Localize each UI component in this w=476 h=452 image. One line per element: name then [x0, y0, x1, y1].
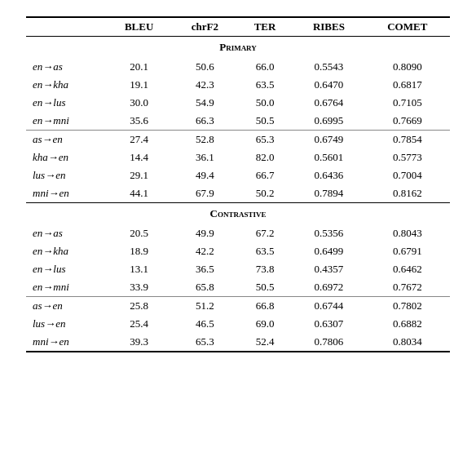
cell-chrf2: 50.6	[173, 58, 237, 76]
cell-ribes: 0.5356	[293, 224, 364, 242]
table-row: mni→en44.167.950.20.78940.8162	[26, 184, 450, 203]
cell-comet: 0.7672	[365, 278, 450, 297]
cell-bleu: 33.9	[105, 278, 172, 297]
cell-bleu: 30.0	[105, 94, 172, 112]
table-row: lus→en29.149.466.70.64360.7004	[26, 166, 450, 184]
cell-bleu: 44.1	[105, 184, 172, 203]
cell-comet: 0.7802	[365, 297, 450, 316]
table-row: en→as20.150.666.00.55430.8090	[26, 58, 450, 76]
cell-comet: 0.8162	[365, 184, 450, 203]
cell-ribes: 0.6744	[293, 297, 364, 316]
col-header-ter: TER	[237, 17, 293, 37]
table-container: BLEU chrF2 TER RIBES COMET Primaryen→as2…	[26, 16, 450, 352]
cell-ribes: 0.6499	[293, 242, 364, 260]
col-header-bleu: BLEU	[105, 17, 172, 37]
cell-ribes: 0.5543	[293, 58, 364, 76]
cell-label: en→as	[26, 224, 105, 242]
cell-comet: 0.6882	[365, 315, 450, 333]
section-header-0: Primary	[26, 37, 450, 59]
cell-bleu: 13.1	[105, 260, 172, 278]
cell-chrf2: 65.3	[173, 333, 237, 352]
cell-bleu: 39.3	[105, 333, 172, 352]
cell-ribes: 0.6307	[293, 315, 364, 333]
cell-label: lus→en	[26, 166, 105, 184]
cell-ter: 50.0	[237, 94, 293, 112]
col-header-chrf2: chrF2	[173, 17, 237, 37]
cell-label: mni→en	[26, 333, 105, 352]
cell-comet: 0.7105	[365, 94, 450, 112]
cell-ribes: 0.6972	[293, 278, 364, 297]
cell-label: kha→en	[26, 148, 105, 166]
cell-comet: 0.7004	[365, 166, 450, 184]
cell-ribes: 0.7806	[293, 333, 364, 352]
table-row: en→mni35.666.350.50.69950.7669	[26, 112, 450, 131]
col-header-comet: COMET	[365, 17, 450, 37]
cell-ter: 66.0	[237, 58, 293, 76]
cell-ribes: 0.6470	[293, 76, 364, 94]
cell-chrf2: 36.5	[173, 260, 237, 278]
table-row: en→mni33.965.850.50.69720.7672	[26, 278, 450, 297]
cell-bleu: 25.8	[105, 297, 172, 316]
cell-ter: 82.0	[237, 148, 293, 166]
cell-ribes: 0.6995	[293, 112, 364, 131]
cell-ribes: 0.6749	[293, 131, 364, 149]
table-row: en→lus30.054.950.00.67640.7105	[26, 94, 450, 112]
cell-ter: 50.2	[237, 184, 293, 203]
table-row: mni→en39.365.352.40.78060.8034	[26, 333, 450, 352]
table-row: lus→en25.446.569.00.63070.6882	[26, 315, 450, 333]
table-row: en→lus13.136.573.80.43570.6462	[26, 260, 450, 278]
cell-ter: 65.3	[237, 131, 293, 149]
table-row: kha→en14.436.182.00.56010.5773	[26, 148, 450, 166]
table-row: en→kha19.142.363.50.64700.6817	[26, 76, 450, 94]
table-row: en→kha18.942.263.50.64990.6791	[26, 242, 450, 260]
cell-label: en→mni	[26, 278, 105, 297]
cell-ter: 63.5	[237, 76, 293, 94]
cell-label: en→as	[26, 58, 105, 76]
cell-ter: 66.8	[237, 297, 293, 316]
col-header-label	[26, 17, 105, 37]
section-header-1: Contrastive	[26, 203, 450, 225]
cell-comet: 0.7669	[365, 112, 450, 131]
cell-ter: 67.2	[237, 224, 293, 242]
cell-comet: 0.6817	[365, 76, 450, 94]
cell-label: mni→en	[26, 184, 105, 203]
cell-chrf2: 65.8	[173, 278, 237, 297]
cell-ter: 73.8	[237, 260, 293, 278]
cell-label: en→lus	[26, 260, 105, 278]
cell-comet: 0.7854	[365, 131, 450, 149]
cell-label: as→en	[26, 131, 105, 149]
section-title-0: Primary	[26, 37, 450, 59]
cell-ter: 63.5	[237, 242, 293, 260]
cell-ter: 66.7	[237, 166, 293, 184]
table-row: en→as20.549.967.20.53560.8043	[26, 224, 450, 242]
cell-bleu: 25.4	[105, 315, 172, 333]
cell-chrf2: 52.8	[173, 131, 237, 149]
cell-label: lus→en	[26, 315, 105, 333]
col-header-ribes: RIBES	[293, 17, 364, 37]
cell-ter: 52.4	[237, 333, 293, 352]
cell-label: en→kha	[26, 242, 105, 260]
results-table: BLEU chrF2 TER RIBES COMET Primaryen→as2…	[26, 16, 450, 352]
cell-chrf2: 66.3	[173, 112, 237, 131]
cell-ribes: 0.4357	[293, 260, 364, 278]
cell-comet: 0.6462	[365, 260, 450, 278]
cell-chrf2: 49.9	[173, 224, 237, 242]
cell-bleu: 20.5	[105, 224, 172, 242]
cell-bleu: 18.9	[105, 242, 172, 260]
cell-chrf2: 51.2	[173, 297, 237, 316]
cell-bleu: 29.1	[105, 166, 172, 184]
cell-chrf2: 42.2	[173, 242, 237, 260]
cell-chrf2: 54.9	[173, 94, 237, 112]
cell-comet: 0.6791	[365, 242, 450, 260]
cell-comet: 0.8034	[365, 333, 450, 352]
cell-bleu: 19.1	[105, 76, 172, 94]
cell-label: en→kha	[26, 76, 105, 94]
cell-comet: 0.8090	[365, 58, 450, 76]
cell-chrf2: 49.4	[173, 166, 237, 184]
cell-ribes: 0.6764	[293, 94, 364, 112]
cell-label: en→mni	[26, 112, 105, 131]
cell-chrf2: 36.1	[173, 148, 237, 166]
cell-comet: 0.8043	[365, 224, 450, 242]
cell-ter: 50.5	[237, 112, 293, 131]
cell-ter: 50.5	[237, 278, 293, 297]
